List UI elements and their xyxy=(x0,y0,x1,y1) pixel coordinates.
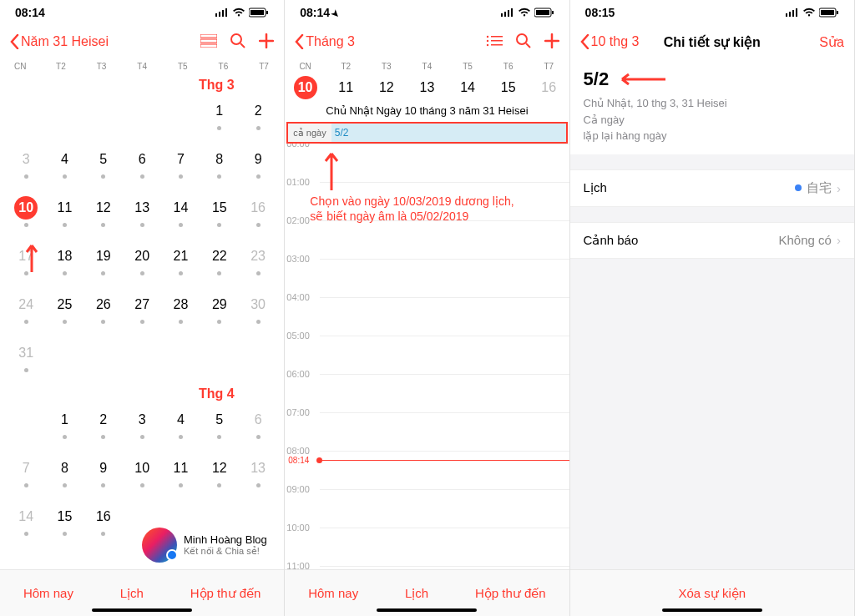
day-cell[interactable]: 14 xyxy=(7,502,45,545)
day-number[interactable]: 15 xyxy=(497,76,520,99)
day-cell[interactable]: 16 xyxy=(84,502,123,545)
day-cell[interactable]: 3 xyxy=(123,405,161,448)
day-cell[interactable] xyxy=(161,338,200,381)
day-cell[interactable]: 4 xyxy=(161,405,200,448)
hour-row[interactable]: 06:00 xyxy=(320,374,569,412)
day-cell[interactable]: 1 xyxy=(45,405,83,448)
day-cell[interactable]: 8 xyxy=(45,453,83,497)
day-cell[interactable]: 29 xyxy=(200,290,239,333)
back-button[interactable]: 10 thg 3 xyxy=(580,34,640,49)
row-calendar[interactable]: Lịch 自宅 › xyxy=(570,169,854,207)
april-grid[interactable]: 12345678910111213141516 xyxy=(7,405,277,545)
delete-event-button[interactable]: Xóa sự kiện xyxy=(678,586,746,601)
day-cell[interactable]: 5 xyxy=(84,144,123,188)
footer-today[interactable]: Hôm nay xyxy=(308,586,358,600)
day-cell[interactable]: 7 xyxy=(161,144,200,188)
day-cell[interactable]: 15 xyxy=(200,193,239,236)
day-cell[interactable] xyxy=(45,96,83,139)
day-number[interactable]: 11 xyxy=(334,76,357,99)
list-view-icon[interactable] xyxy=(486,35,503,49)
day-cell[interactable]: 14 xyxy=(161,193,200,236)
allday-event-title[interactable]: 5/2 xyxy=(331,127,349,139)
day-cell[interactable] xyxy=(7,96,45,139)
day-cell[interactable]: 18 xyxy=(45,241,83,285)
day-number[interactable]: 14 xyxy=(456,76,479,99)
hour-row[interactable]: 04:00 xyxy=(320,297,569,336)
allday-event-row[interactable]: cả ngày 5/2 xyxy=(286,122,567,144)
day-cell[interactable]: 23 xyxy=(239,241,277,285)
day-cell[interactable]: 12 xyxy=(200,453,239,497)
day-cell[interactable]: 25 xyxy=(45,290,83,333)
footer-inbox[interactable]: Hộp thư đến xyxy=(475,586,546,601)
hour-row[interactable]: 08:00 xyxy=(320,451,569,489)
hour-row[interactable]: 03:00 xyxy=(320,259,569,297)
chevron-right-icon: › xyxy=(837,181,841,195)
footer-calendars[interactable]: Lịch xyxy=(120,586,144,601)
footer-calendars[interactable]: Lịch xyxy=(405,586,428,601)
hour-row[interactable]: 07:00 xyxy=(320,412,569,451)
day-cell[interactable]: 10 xyxy=(123,453,161,497)
day-cell[interactable]: 10 xyxy=(7,193,45,236)
hour-row[interactable]: 09:00 xyxy=(320,489,569,528)
day-date-strip[interactable]: 10111213141516 xyxy=(285,73,569,103)
day-cell[interactable]: 2 xyxy=(239,96,277,139)
day-cell[interactable] xyxy=(7,405,45,448)
day-cell[interactable]: 28 xyxy=(161,290,200,333)
day-number[interactable]: 16 xyxy=(537,76,560,99)
back-button[interactable]: Tháng 3 xyxy=(295,34,355,49)
day-cell[interactable]: 8 xyxy=(200,144,239,188)
day-cell[interactable]: 15 xyxy=(45,502,83,545)
search-icon[interactable] xyxy=(516,33,531,51)
day-cell[interactable]: 7 xyxy=(7,453,45,497)
day-cell[interactable]: 30 xyxy=(239,290,277,333)
list-view-icon[interactable] xyxy=(200,34,217,50)
day-cell[interactable]: 20 xyxy=(123,241,161,285)
add-icon[interactable] xyxy=(544,33,559,51)
back-button[interactable]: Năm 31 Heisei xyxy=(10,34,109,49)
day-cell[interactable]: 2 xyxy=(84,405,123,448)
day-cell[interactable]: 13 xyxy=(239,453,277,497)
day-number[interactable]: 12 xyxy=(375,76,398,99)
add-icon[interactable] xyxy=(259,33,274,51)
day-cell[interactable]: 5 xyxy=(200,405,239,448)
day-cell[interactable]: 1 xyxy=(200,96,239,139)
day-cell[interactable]: 22 xyxy=(200,241,239,285)
day-cell[interactable]: 13 xyxy=(123,193,161,236)
day-cell[interactable]: 31 xyxy=(7,338,45,381)
march-grid[interactable]: 1234567891011121314151617181920212223242… xyxy=(7,96,277,381)
hour-row[interactable]: 05:00 xyxy=(320,336,569,374)
day-cell[interactable]: 11 xyxy=(161,453,200,497)
search-icon[interactable] xyxy=(230,33,245,51)
day-number[interactable]: 13 xyxy=(415,76,438,99)
day-cell[interactable]: 12 xyxy=(84,193,123,236)
day-cell[interactable]: 26 xyxy=(84,290,123,333)
day-cell[interactable]: 3 xyxy=(7,144,45,188)
day-cell[interactable]: 27 xyxy=(123,290,161,333)
row-alert[interactable]: Cảnh báo Không có › xyxy=(570,222,854,259)
day-cell[interactable]: 11 xyxy=(45,193,83,236)
day-cell[interactable]: 4 xyxy=(45,144,83,188)
day-cell[interactable]: 6 xyxy=(239,405,277,448)
day-cell[interactable]: 21 xyxy=(161,241,200,285)
day-cell[interactable]: 9 xyxy=(84,453,123,497)
day-number[interactable]: 10 xyxy=(294,76,317,99)
day-cell[interactable] xyxy=(200,338,239,381)
day-cell[interactable] xyxy=(123,96,161,139)
day-cell[interactable] xyxy=(161,96,200,139)
day-cell[interactable]: 6 xyxy=(123,144,161,188)
hour-row[interactable]: 10:00 xyxy=(320,528,569,566)
day-cell[interactable] xyxy=(45,338,83,381)
footer-inbox[interactable]: Hộp thư đến xyxy=(190,586,261,601)
hour-row[interactable]: 00:00 xyxy=(320,144,569,182)
day-cell[interactable]: 24 xyxy=(7,290,45,333)
day-cell[interactable] xyxy=(239,338,277,381)
hour-row[interactable]: 02:00 xyxy=(320,220,569,259)
day-cell[interactable] xyxy=(84,96,123,139)
day-cell[interactable]: 9 xyxy=(239,144,277,188)
day-cell[interactable] xyxy=(84,338,123,381)
day-cell[interactable]: 16 xyxy=(239,193,277,236)
day-cell[interactable]: 19 xyxy=(84,241,123,285)
footer-today[interactable]: Hôm nay xyxy=(23,586,73,600)
edit-button[interactable]: Sửa xyxy=(819,34,844,50)
day-cell[interactable] xyxy=(123,338,161,381)
